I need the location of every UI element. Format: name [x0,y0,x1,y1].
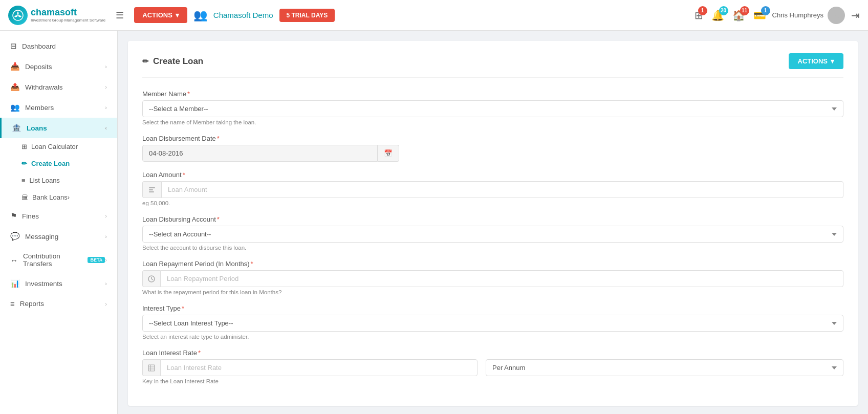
chevron-right-icon: › [105,104,107,111]
bank-icon: 🏛 [21,193,28,201]
transfers-icon: ↔ [10,256,18,265]
member-name-select[interactable]: --Select a Member-- [142,100,843,117]
list-icon: ≡ [21,177,26,184]
sidebar-item-label: Contribution Transfers [23,252,84,268]
logo-icon [8,6,28,25]
chevron-right-icon: › [105,257,107,263]
loan-amount-hint: eg 50,000. [142,200,843,206]
wallet-badge: 1 [761,6,770,15]
bell-badge: 20 [719,6,728,15]
sidebar-item-members[interactable]: 👥 Members › [0,97,117,118]
svg-rect-9 [148,365,155,371]
sidebar-item-contribution-transfers[interactable]: ↔ Contribution Transfers BETA › [0,247,117,273]
interest-rate-row: Per Annum Per Month [142,359,843,376]
page-actions-button[interactable]: ACTIONS ▾ [789,53,844,69]
group-icon: 👥 [193,9,207,22]
disbursement-date-input[interactable] [142,145,378,162]
fines-icon: ⚑ [10,211,17,221]
disbursement-date-group: Loan Disbursement Date* 📅 [142,135,843,162]
investments-icon: 📊 [10,279,20,288]
user-avatar [828,7,845,24]
logo-text: chamasoft [31,7,105,18]
loans-icon: 🏦 [12,123,21,133]
interest-type-hint: Select an interest rate type to administ… [142,334,843,340]
disbursing-account-select[interactable]: --Select an Account-- [142,226,843,243]
sidebar-item-create-loan[interactable]: ✏ Create Loan [0,155,117,172]
page-title: ✏ Create Loan [142,56,203,67]
sidebar-item-fines[interactable]: ⚑ Fines › [0,206,117,226]
disbursing-account-label: Loan Disbursing Account* [142,215,843,223]
messaging-icon: 💬 [10,232,20,241]
sidebar-item-label: Bank Loans [32,193,68,201]
interest-rate-hint: Key in the Loan Interest Rate [142,378,843,384]
chevron-right-icon: › [105,301,107,307]
page-header: ✏ Create Loan ACTIONS ▾ [142,53,843,78]
sidebar-item-withdrawals[interactable]: 📤 Withdrawals › [0,77,117,97]
deposits-icon: 📥 [10,62,20,71]
navbar-actions-button[interactable]: ACTIONS ▾ [134,7,187,23]
logout-icon[interactable]: ⇥ [851,9,860,21]
home-icon-wrap[interactable]: 🏠 11 [732,9,745,21]
sidebar-item-label: Withdrawals [25,83,63,91]
trial-badge: 5 TRIAL DAYS [279,9,335,22]
sidebar-item-loans[interactable]: 🏦 Loans ‹ [0,118,117,138]
per-annum-select[interactable]: Per Annum Per Month [486,359,843,376]
logo-sub: Investment Group Management Software [31,18,105,23]
members-icon: 👥 [10,103,20,112]
interest-rate-input-wrap [142,359,478,376]
disbursement-date-input-wrap: 📅 [142,145,843,162]
svg-rect-4 [149,189,153,190]
sidebar-item-label: Loan Calculator [31,143,78,150]
navbar: chamasoft Investment Group Management So… [0,0,868,31]
user-menu[interactable]: Chris Humphreys [772,7,845,24]
interest-type-select[interactable]: --Select Loan Interest Type-- [142,315,843,332]
create-loan-form: Member Name* --Select a Member-- Select … [142,90,843,384]
loan-amount-group: Loan Amount* eg 50,000. [142,171,843,206]
chevron-down-icon: ‹ [105,125,107,131]
home-badge: 11 [740,6,749,15]
sidebar-item-messaging[interactable]: 💬 Messaging › [0,226,117,247]
disbursing-account-hint: Select the account to disburse this loan… [142,245,843,251]
loan-amount-label: Loan Amount* [142,171,843,179]
user-name: Chris Humphreys [772,11,823,19]
chevron-right-icon: › [105,63,107,70]
sidebar-item-investments[interactable]: 📊 Investments › [0,273,117,294]
grid-icon-wrap[interactable]: ⊞ 1 [695,9,703,21]
sidebar-item-loan-calculator[interactable]: ⊞ Loan Calculator [0,138,117,155]
loan-amount-input[interactable] [161,181,843,198]
sidebar-item-label: Deposits [25,63,52,71]
member-name-hint: Select the name of Member taking the loa… [142,119,843,125]
interest-type-label: Interest Type* [142,304,843,312]
sidebar-item-label: Fines [22,212,39,220]
group-name: Chamasoft Demo [213,11,273,19]
wallet-icon-wrap[interactable]: 💳 1 [753,9,766,21]
beta-badge: BETA [88,257,105,263]
sidebar-item-dashboard[interactable]: ⊟ Dashboard [0,36,117,56]
currency-icon [142,181,161,198]
reports-icon: ≡ [10,299,15,308]
grid-badge: 1 [698,6,707,15]
repayment-period-label: Loan Repayment Period (In Months)* [142,260,843,268]
sidebar-item-label: Reports [20,300,44,308]
sidebar-item-list-loans[interactable]: ≡ List Loans [0,172,117,189]
interest-rate-group: Loan Interest Rate* Per Annum Per Month [142,349,843,384]
sidebar-item-label: Investments [25,280,62,288]
page-card: ✏ Create Loan ACTIONS ▾ Member Name* --S… [128,41,858,406]
bell-icon-wrap[interactable]: 🔔 20 [711,9,724,21]
interest-rate-input[interactable] [160,359,478,376]
svg-rect-3 [149,187,155,188]
title-pencil-icon: ✏ [142,57,149,66]
sidebar-item-reports[interactable]: ≡ Reports › [0,294,117,314]
sidebar-item-bank-loans[interactable]: 🏛 Bank Loans › [0,189,117,206]
disbursing-account-group: Loan Disbursing Account* --Select an Acc… [142,215,843,251]
repayment-period-input[interactable] [160,270,843,287]
sidebar-item-label: Dashboard [22,42,56,50]
sidebar: ⊟ Dashboard 📥 Deposits › 📤 Withdrawals ›… [0,31,118,414]
svg-rect-5 [149,191,154,192]
disbursement-date-label: Loan Disbursement Date* [142,135,843,142]
calendar-icon[interactable]: 📅 [378,145,399,162]
withdrawals-icon: 📤 [10,82,20,92]
sidebar-item-deposits[interactable]: 📥 Deposits › [0,56,117,77]
hamburger-icon[interactable]: ☰ [112,8,128,23]
table-icon [142,359,160,376]
